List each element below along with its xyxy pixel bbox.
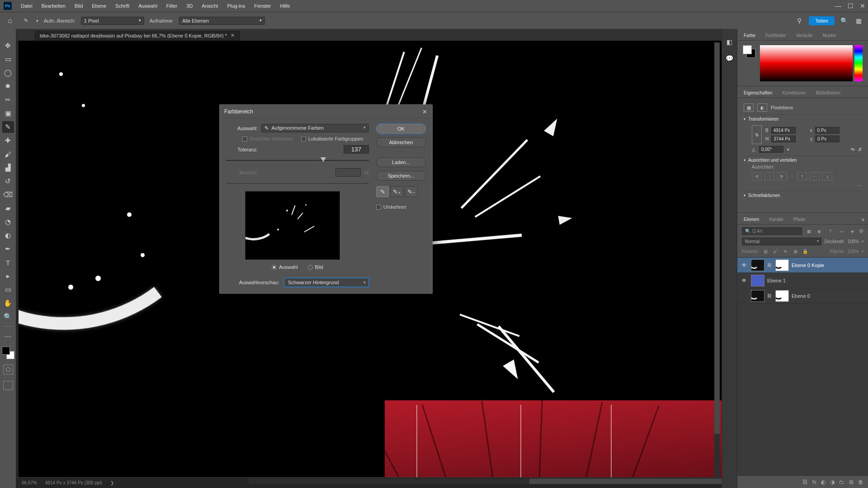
menu-hilfe[interactable]: Hilfe bbox=[276, 1, 293, 10]
ok-button[interactable]: OK bbox=[376, 124, 426, 134]
close-window-icon[interactable]: ✕ bbox=[860, 2, 865, 9]
load-button[interactable]: Laden... bbox=[376, 157, 426, 167]
opacity-value[interactable]: 100% bbox=[847, 239, 859, 244]
tab-ebenen[interactable]: Ebenen bbox=[739, 215, 764, 224]
layer-row[interactable]: 👁 ⛓ Ebene 0 Kopie bbox=[737, 258, 868, 273]
filter-type-icon[interactable]: T bbox=[826, 228, 835, 235]
zoom-level[interactable]: 66,67% bbox=[22, 480, 37, 485]
link-wh-icon[interactable]: ⇅ bbox=[752, 125, 762, 144]
eyedropper-add-icon[interactable]: ✎₊ bbox=[391, 186, 403, 197]
tab-eigenschaften[interactable]: Eigenschaften bbox=[739, 88, 777, 98]
layer-filter-dropdown[interactable]: 🔍Q Art bbox=[742, 227, 802, 235]
color-swatches[interactable] bbox=[743, 45, 755, 58]
layer-name[interactable]: Ebene 0 bbox=[792, 293, 810, 299]
tab-bibliotheken[interactable]: Bibliotheken bbox=[811, 88, 845, 98]
localized-colors-checkbox[interactable]: Lokalisierte Farbgruppen bbox=[301, 136, 363, 141]
quick-select-tool-icon[interactable]: ✸ bbox=[2, 80, 14, 92]
layer-style-icon[interactable]: fx bbox=[812, 479, 816, 485]
stamp-tool-icon[interactable]: ▟ bbox=[2, 162, 14, 174]
menu-bild[interactable]: Bild bbox=[71, 1, 86, 10]
align-top-icon[interactable]: ⫯ bbox=[797, 172, 807, 180]
link-layers-icon[interactable]: ⛓ bbox=[802, 479, 808, 485]
save-button[interactable]: Speichern... bbox=[376, 171, 426, 181]
fuzziness-slider[interactable] bbox=[226, 157, 369, 164]
current-tool-icon[interactable]: ✎ bbox=[21, 16, 31, 26]
color-picker[interactable] bbox=[760, 45, 853, 81]
menu-bearbeiten[interactable]: Bearbeiten bbox=[38, 1, 69, 10]
tab-kanaele[interactable]: Kanäle bbox=[764, 215, 788, 224]
align-bottom-icon[interactable]: ⫰ bbox=[822, 172, 832, 180]
quick-share-icon[interactable]: ⚲ bbox=[794, 16, 804, 26]
width-input[interactable]: 4914 Px bbox=[771, 127, 796, 134]
fg-bg-color-swatch[interactable] bbox=[2, 347, 14, 359]
blur-tool-icon[interactable]: ◔ bbox=[2, 216, 14, 228]
layer-row[interactable]: 👁 Ebene 1 bbox=[737, 273, 868, 288]
menu-ansicht[interactable]: Ansicht bbox=[198, 1, 222, 10]
crop-tool-icon[interactable]: ✂ bbox=[2, 94, 14, 106]
layer-name[interactable]: Ebene 1 bbox=[767, 278, 786, 283]
marquee-tool-icon[interactable]: ▭ bbox=[2, 53, 14, 65]
shape-tool-icon[interactable]: ▭ bbox=[2, 284, 14, 296]
hue-slider[interactable] bbox=[854, 45, 863, 81]
home-icon[interactable]: ⌂ bbox=[5, 15, 15, 26]
screen-mode-icon[interactable] bbox=[3, 381, 13, 390]
lasso-tool-icon[interactable]: ◯ bbox=[2, 67, 14, 79]
tab-korrekturen[interactable]: Korrekturen bbox=[778, 88, 810, 98]
collapsed-panel-icon-2[interactable]: 💬 bbox=[725, 53, 735, 63]
radio-image[interactable]: Bild bbox=[308, 264, 323, 270]
layer-mask-icon[interactable]: ◐ bbox=[821, 479, 826, 485]
gradient-tool-icon[interactable]: ▰ bbox=[2, 202, 14, 214]
new-layer-icon[interactable]: ⊞ bbox=[849, 479, 854, 485]
quick-mask-icon[interactable] bbox=[3, 365, 13, 375]
y-input[interactable]: 0 Px bbox=[815, 136, 840, 142]
invert-checkbox[interactable]: Umkehren bbox=[376, 204, 426, 210]
layer-mask-thumbnail[interactable] bbox=[775, 259, 789, 271]
visibility-icon[interactable]: 👁 bbox=[740, 277, 748, 284]
layer-mask-link-icon[interactable]: ⛓ bbox=[767, 293, 773, 298]
fill-value[interactable]: 100% bbox=[847, 249, 859, 254]
blend-mode-dropdown[interactable]: Normal bbox=[742, 238, 821, 245]
pen-tool-icon[interactable]: ✒ bbox=[2, 243, 14, 255]
layer-mask-thumbnail[interactable] bbox=[775, 290, 789, 302]
dialog-titlebar[interactable]: Farbbereich ✕ bbox=[220, 105, 432, 118]
flip-vertical-icon[interactable]: ⇵ bbox=[858, 147, 862, 152]
visibility-icon[interactable]: 👁 bbox=[740, 262, 748, 268]
lock-transparency-icon[interactable]: ▦ bbox=[762, 248, 769, 254]
tab-farbe[interactable]: Farbe bbox=[739, 31, 760, 40]
path-select-tool-icon[interactable]: ▸ bbox=[2, 270, 14, 282]
delete-layer-icon[interactable]: 🗑 bbox=[858, 479, 863, 485]
heal-tool-icon[interactable]: ✚ bbox=[2, 135, 14, 146]
dodge-tool-icon[interactable]: ◐ bbox=[2, 230, 14, 241]
close-tab-icon[interactable]: ✕ bbox=[231, 33, 235, 38]
menu-schrift[interactable]: Schrift bbox=[112, 1, 133, 10]
opacity-dropdown-icon[interactable]: ▾ bbox=[862, 239, 863, 244]
filter-adjust-icon[interactable]: ◐ bbox=[816, 228, 824, 235]
horizontal-scrollbar[interactable] bbox=[249, 479, 722, 484]
search-icon[interactable]: 🔍 bbox=[839, 16, 849, 26]
history-brush-tool-icon[interactable]: ↺ bbox=[2, 175, 14, 187]
layer-thumbnail[interactable] bbox=[751, 259, 764, 271]
lock-artboard-icon[interactable]: ▣ bbox=[792, 248, 799, 254]
chevron-down-icon[interactable]: ▾ bbox=[36, 19, 38, 23]
transform-section-header[interactable]: ▾ Transformieren bbox=[744, 114, 862, 123]
tab-muster[interactable]: Muster bbox=[818, 31, 841, 40]
status-arrow-icon[interactable]: ❯ bbox=[110, 480, 114, 485]
menu-plugins[interactable]: Plug-ins bbox=[223, 1, 249, 10]
filter-pixel-icon[interactable]: ▦ bbox=[805, 228, 813, 235]
eraser-tool-icon[interactable]: ⌫ bbox=[2, 189, 14, 201]
collapsed-panel-icon-1[interactable]: ◧ bbox=[725, 37, 735, 47]
height-input[interactable]: 3744 Px bbox=[771, 136, 796, 142]
align-right-icon[interactable]: ⫸ bbox=[777, 172, 787, 180]
lock-position-icon[interactable]: ✥ bbox=[782, 248, 789, 254]
panel-menu-icon[interactable]: ≡ bbox=[858, 215, 868, 224]
type-tool-icon[interactable]: T bbox=[2, 257, 14, 268]
selection-preview[interactable] bbox=[245, 191, 340, 260]
lock-all-icon[interactable]: 🔒 bbox=[802, 248, 809, 254]
workspace-icon[interactable]: ▦ bbox=[854, 16, 863, 26]
tab-pfade[interactable]: Pfade bbox=[789, 215, 810, 224]
menu-3d[interactable]: 3D bbox=[183, 1, 196, 10]
move-tool-icon[interactable]: ✥ bbox=[2, 40, 14, 52]
hand-tool-icon[interactable]: ✋ bbox=[2, 297, 14, 309]
adjustment-layer-icon[interactable]: ◑ bbox=[830, 479, 835, 485]
maximize-icon[interactable]: ☐ bbox=[848, 2, 854, 9]
